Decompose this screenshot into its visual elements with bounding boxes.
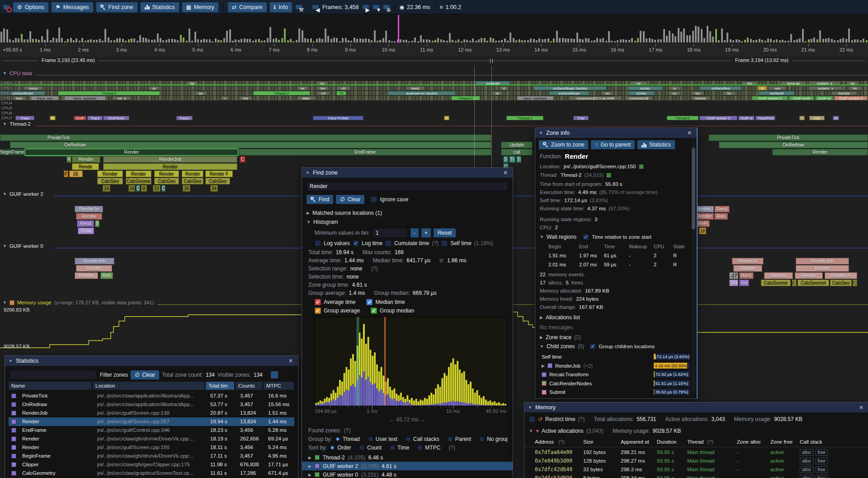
cpu-zone[interactable]: kwc — [13, 96, 26, 100]
cpu-zone[interactable]: cfr — [336, 86, 351, 90]
expand-icon[interactable]: ▶ — [540, 335, 543, 340]
radio-button[interactable] — [417, 445, 423, 450]
zone[interactable]: Rencer — [764, 272, 793, 279]
zone[interactable]: RenderJob — [103, 156, 237, 163]
zone[interactable]: 24 — [103, 185, 110, 192]
go-to-parent-button[interactable]: ↑Go to parent — [591, 140, 635, 149]
zone[interactable]: Render — [25, 149, 238, 156]
cpu-zone[interactable]: Thread-2 — [667, 116, 698, 120]
cpu-zone[interactable]: M — [833, 116, 839, 120]
cpu-zone[interactable]: system_s — [808, 86, 843, 90]
frame-timeline-strip[interactable] — [0, 15, 868, 43]
close-icon[interactable]: ✕ — [502, 170, 509, 176]
cpu-zone[interactable]: kworke — [831, 91, 857, 95]
zone[interactable]: RenderJob — [796, 258, 849, 265]
zone-trace-header[interactable]: ▶Zone trace(2) — [540, 334, 581, 341]
zone-group-row[interactable]: ▶GUIF worker 0(3,231)4.48 s — [302, 470, 513, 478]
find-button[interactable]: Find — [307, 195, 333, 204]
zone[interactable]: Draw — [78, 227, 94, 234]
increment-button[interactable]: + — [421, 228, 431, 237]
cpu-zone[interactable]: A — [444, 116, 449, 120]
zone[interactable]: CalcGeo — [154, 178, 179, 185]
cpu-zone[interactable]: Thread-2 — [58, 91, 160, 95]
zone[interactable]: PrivateTick — [0, 134, 491, 141]
legend-checkbox[interactable]: ✓Group median — [371, 308, 414, 314]
collapse-icon[interactable]: ▼ — [307, 220, 311, 224]
zone[interactable]: 24 — [210, 185, 218, 192]
cpu-zone[interactable]: surfaceflinger — [549, 91, 590, 95]
compare-button[interactable]: ⇄Compare — [228, 2, 266, 12]
cpu-zone[interactable]: ro — [668, 86, 681, 90]
collapse-icon[interactable]: ▼ — [540, 344, 544, 349]
radio-button[interactable] — [479, 436, 485, 442]
cpu-zone[interactable]: Tracy — [87, 116, 103, 120]
goto-frame-button[interactable]: ▼ — [373, 5, 380, 9]
child-zone-row[interactable]: Self time172.14 μs (3.83%) — [535, 353, 697, 361]
min-bin-input[interactable] — [373, 228, 408, 238]
zone[interactable]: C — [161, 185, 165, 192]
zone[interactable]: Rende — [72, 163, 99, 170]
table-row[interactable]: 0x7dfaa64e00192 bytes298.21 ms59.95 sMai… — [524, 448, 868, 457]
zone[interactable]: Dra — [729, 279, 738, 286]
messages-button[interactable]: ⚑Messages — [52, 2, 93, 12]
checkbox[interactable]: ✓ — [583, 234, 589, 240]
zone[interactable]: Rend — [77, 220, 94, 227]
cpu-zone[interactable]: tracy_systrace — [517, 96, 554, 100]
zone[interactable]: Render — [72, 156, 100, 163]
zone[interactable]: RenderJob — [75, 258, 114, 265]
table-row[interactable]: Renderjni/../jni/src/claw/gfx/drv/vk/Dri… — [9, 435, 294, 443]
checkbox[interactable]: ✓ — [353, 240, 359, 246]
collapse-icon[interactable]: ▼ — [3, 192, 7, 196]
histogram-header[interactable]: ▼Histogram — [307, 219, 338, 225]
zone[interactable]: CalcGeo — [205, 178, 230, 185]
cpu-zone[interactable]: et — [492, 91, 503, 95]
options-button[interactable]: ⚙Options — [13, 2, 48, 12]
table-row[interactable]: BeginFramejni/../jni/src/claw/gfx/drv/vk… — [9, 452, 294, 460]
zoom-to-zone-button[interactable]: Zoom to zone — [539, 140, 588, 149]
legend-checkbox[interactable]: ✓Median time — [366, 299, 405, 305]
zone[interactable]: CalcGeomet — [797, 279, 829, 286]
ignore-case-checkbox[interactable]: Ignore case — [371, 196, 408, 203]
zone[interactable]: CalcGeo — [830, 279, 852, 286]
table-row[interactable]: PrivateTickjni/../jni/src/claw/applicati… — [9, 392, 294, 400]
checkbox-item[interactable]: ✓Log time — [353, 240, 382, 246]
expand-icon[interactable]: ▶ — [308, 455, 311, 460]
checkbox[interactable] — [441, 240, 448, 246]
zoom-to-frame-button[interactable]: ⊕ — [383, 5, 390, 9]
section-header[interactable]: ▼CPU data — [3, 71, 36, 76]
zone[interactable]: Render R — [825, 272, 857, 279]
zone[interactable]: 9 — [95, 220, 99, 227]
cpu-zone[interactable]: su — [668, 91, 681, 95]
find-zone-search-input[interactable] — [307, 181, 508, 191]
zone[interactable]: Render — [126, 170, 151, 177]
zone[interactable]: 22 — [153, 185, 160, 192]
zone[interactable]: F — [64, 170, 68, 177]
zone[interactable]: 26 — [183, 185, 190, 192]
zone[interactable]: Render — [76, 213, 102, 220]
zone[interactable]: call — [501, 149, 533, 156]
zone[interactable]: Ren — [714, 213, 728, 220]
reset-button[interactable]: Reset — [434, 228, 456, 237]
zone[interactable]: OnRedraw — [10, 142, 491, 148]
find-zone-button[interactable]: Find zone — [96, 2, 137, 12]
checkbox[interactable]: ✓ — [590, 343, 596, 350]
radio-option[interactable]: Thread — [335, 436, 360, 442]
zone[interactable]: Render — [97, 170, 123, 177]
decrement-button[interactable]: - — [410, 228, 419, 237]
zone[interactable]: Render — [796, 265, 849, 272]
cpu-zone[interactable]: surfacefl — [759, 91, 795, 95]
checkbox[interactable]: ✓ — [366, 299, 373, 305]
find-zone-titlebar[interactable]: ▼ Find zone ✕ — [302, 168, 513, 178]
cpu-zone[interactable]: composer@ — [625, 96, 653, 100]
zone[interactable]: Tr — [509, 156, 515, 163]
expand-icon[interactable]: ▶ — [542, 364, 545, 368]
group-children-checkbox[interactable]: ✓Group children locations — [590, 343, 655, 350]
expand-icon[interactable]: ▶ — [540, 315, 543, 320]
cpu-zone[interactable]: au — [194, 91, 207, 95]
radio-option[interactable]: Parent — [448, 436, 471, 442]
zone[interactable]: Ti — [516, 156, 521, 163]
wait-regions-header[interactable]: ▼ Wait regions ✓Time relative to zone st… — [540, 234, 651, 240]
zone[interactable]: Render — [103, 163, 237, 170]
cpu-zone[interactable]: + — [221, 96, 229, 100]
expand-icon[interactable]: ▶ — [308, 473, 311, 477]
